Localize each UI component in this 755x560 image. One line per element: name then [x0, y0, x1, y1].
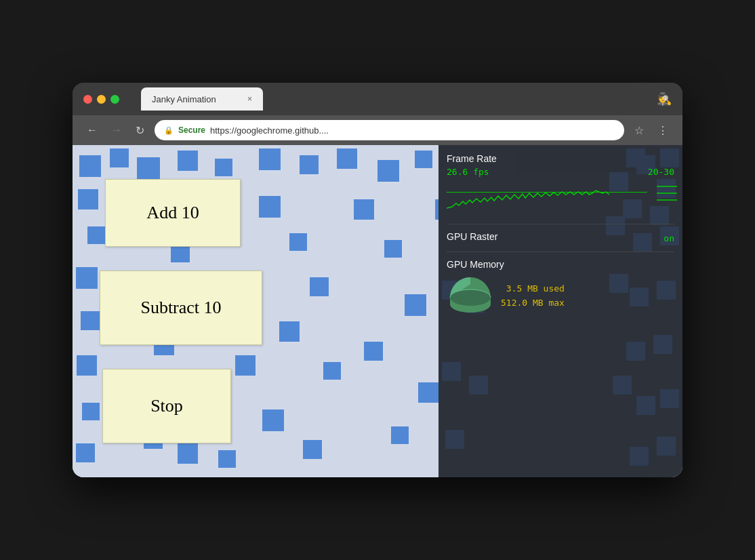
animated-square	[303, 440, 322, 459]
stop-button[interactable]: Stop	[102, 369, 231, 443]
address-bar: ← → ↻ 🔒 Secure https://googlechrome.gith…	[73, 115, 682, 145]
animated-square	[110, 148, 129, 167]
animated-square	[79, 155, 101, 177]
memory-chart	[447, 274, 494, 318]
traffic-lights	[83, 95, 119, 104]
tab-close-icon[interactable]: ×	[247, 94, 252, 104]
animated-square	[337, 148, 357, 169]
animated-square	[215, 159, 232, 176]
memory-max: 512.0 MB max	[501, 296, 565, 311]
animated-square	[137, 157, 160, 180]
animated-square	[310, 277, 329, 296]
close-button[interactable]	[83, 95, 92, 104]
animated-square	[259, 196, 281, 218]
animated-square	[259, 148, 281, 170]
frame-graph	[447, 180, 674, 217]
animated-square	[262, 409, 284, 431]
animated-square	[415, 151, 432, 168]
animated-square	[405, 294, 426, 316]
animated-square	[391, 426, 409, 444]
animated-square	[77, 355, 97, 376]
add10-button[interactable]: Add 10	[105, 179, 241, 247]
stats-panel: Frame Rate 26.6 fps 20-30	[438, 145, 682, 477]
title-bar: Janky Animation × 🕵	[73, 83, 682, 115]
frame-graph-svg	[447, 180, 677, 217]
divider2	[447, 252, 674, 252]
animated-square	[76, 267, 98, 289]
subtract10-button[interactable]: Subtract 10	[100, 271, 262, 345]
gpu-raster-value: on	[664, 233, 674, 243]
menu-icon[interactable]: ⋮	[654, 123, 672, 138]
tab-title: Janky Animation	[152, 94, 241, 104]
animated-square	[178, 443, 198, 464]
animated-square	[384, 240, 402, 258]
gpu-memory-label: GPU Memory	[447, 259, 504, 270]
url-bar[interactable]: 🔒 Secure https://googlechrome.github....	[155, 120, 624, 140]
frame-rate-label: Frame Rate	[447, 153, 674, 164]
animated-square	[218, 450, 236, 468]
browser-window: Janky Animation × 🕵 ← → ↻ 🔒 Secure https…	[73, 83, 682, 477]
animated-square	[279, 321, 300, 342]
animated-square	[289, 233, 307, 251]
bookmark-icon[interactable]: ☆	[631, 123, 647, 138]
animation-area: Add 10 Subtract 10 Stop	[73, 145, 438, 477]
browser-tab[interactable]: Janky Animation ×	[141, 87, 263, 111]
incognito-icon: 🕵	[657, 92, 672, 106]
memory-text: 3.5 MB used 512.0 MB max	[501, 282, 565, 311]
lock-icon: 🔒	[164, 126, 174, 135]
animated-square	[354, 199, 374, 220]
content-area: Add 10 Subtract 10 Stop	[73, 145, 682, 477]
divider	[447, 224, 674, 224]
animated-square	[76, 443, 95, 462]
animated-square	[378, 160, 399, 182]
minimize-button[interactable]	[97, 95, 106, 104]
back-button[interactable]: ←	[83, 123, 101, 138]
maximize-button[interactable]	[110, 95, 119, 104]
tab-area: Janky Animation ×	[127, 87, 649, 111]
secure-label: Secure	[178, 125, 205, 135]
gpu-raster-label: GPU Raster	[447, 231, 497, 242]
frame-rate-range: 20-30	[648, 167, 674, 177]
animated-square	[178, 151, 198, 171]
reload-button[interactable]: ↻	[132, 123, 148, 138]
animated-square	[87, 226, 105, 244]
animated-square	[81, 311, 100, 330]
animated-square	[300, 155, 319, 174]
url-text: https://googlechrome.github....	[210, 125, 329, 136]
memory-used: 3.5 MB used	[501, 282, 565, 296]
memory-container: 3.5 MB used 512.0 MB max	[447, 274, 674, 318]
forward-button[interactable]: →	[108, 123, 125, 138]
animated-square	[235, 355, 256, 376]
animated-square	[418, 382, 438, 403]
frame-rate-value: 26.6 fps	[447, 167, 489, 177]
animated-square	[82, 403, 100, 420]
animated-square	[78, 189, 98, 209]
animated-square	[323, 362, 341, 380]
animated-square	[364, 342, 383, 361]
